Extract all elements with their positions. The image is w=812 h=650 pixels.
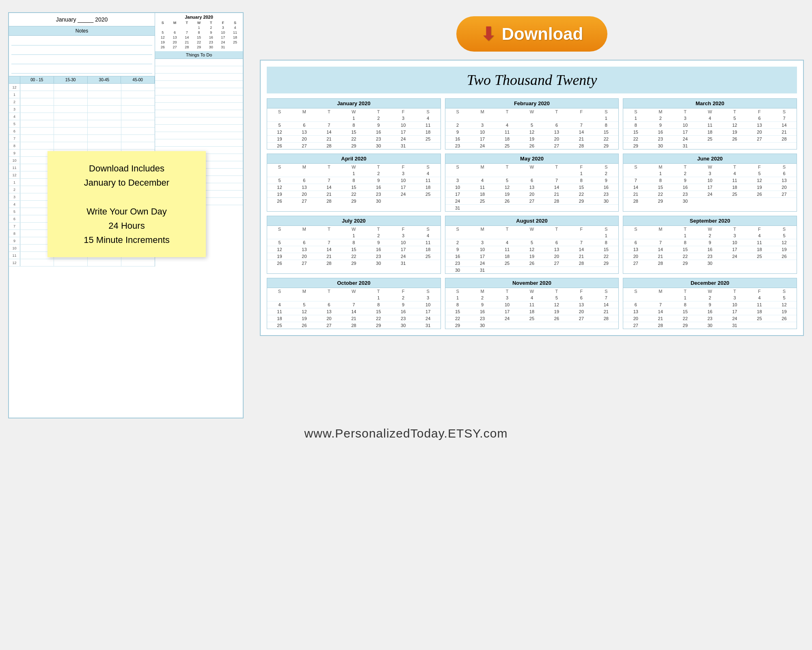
month-block-9: October 2020SMTWTFS123456789101112131415… [267,278,441,329]
footer: www.PersonalizedToday.ETSY.com [8,427,804,440]
month-block-0: January 2020SMTWTFS123456789101112131415… [267,98,441,150]
time-row-number: 2 [9,186,20,193]
annual-calendar: Two Thousand Twenty January 2020SMTWTFS1… [260,60,804,336]
download-label: Download [502,24,583,44]
month-cal: SMTWTFS123456789101112131415161718192021… [445,164,619,211]
time-row-number: 3 [9,106,20,113]
time-row-cell [20,120,54,127]
time-row-number: 7 [9,223,20,230]
time-row-cell [121,135,155,142]
time-row-number: 8 [9,142,20,149]
time-row: 7 [9,135,155,142]
time-row-cell [88,98,121,105]
time-row-cell [121,84,155,91]
month-block-4: May 2020SMTWTFS1234567891011121314151617… [445,154,619,212]
month-cal: SMTWTFS123456789101112131415161718192021… [445,226,619,273]
planner-month-year: January _____ 2020 [56,16,108,23]
time-row: 8 [9,142,155,150]
time-row-cell [54,128,88,134]
time-row-cell [20,128,54,134]
notes-area [9,36,155,76]
time-row-cell [54,91,88,98]
things-row [155,88,243,95]
month-block-8: September 2020SMTWTFS1234567891011121314… [623,216,797,274]
month-cal: SMTWTFS123456789101112131415161718192021… [267,288,441,329]
things-row [155,139,243,147]
notes-line [11,38,152,46]
time-row-cell [54,98,88,105]
time-row: 5 [9,120,155,128]
time-row-number: 3 [9,193,20,200]
month-title: September 2020 [623,216,797,226]
mini-calendar: January 2020 SMTWTFS12345678910111213141… [155,13,243,51]
month-title: February 2020 [445,99,619,108]
month-cal: SMTWTFS123456789101112131415161718192021… [267,108,441,149]
time-row-cell [88,106,121,113]
month-block-2: March 2020SMTWTFS12345678910111213141516… [623,98,797,150]
month-block-11: December 2020SMTWTFS12345678910111213141… [623,278,797,329]
time-row-cell [121,113,155,120]
time-row-cell [54,106,88,113]
time-row-number: 10 [9,245,20,251]
time-row-cell [88,142,121,149]
month-title: June 2020 [623,154,797,164]
things-row [155,74,243,81]
time-slot-45-00: 45-00 [121,76,155,83]
time-row-cell [54,135,88,142]
time-row-number: 6 [9,215,20,222]
things-row [155,125,243,132]
month-cal: SMTWTFS123456789101112131415161718192021… [267,164,441,204]
time-row-cell [121,98,155,105]
notes-line [11,66,152,74]
month-block-6: July 2020SMTWTFS123456789101112131415161… [267,216,441,274]
time-row-number: 11 [9,164,20,171]
time-row-cell [54,113,88,120]
month-title: March 2020 [623,99,797,108]
time-row-cell [20,142,54,149]
time-row-number: 12 [9,84,20,91]
month-title: December 2020 [623,278,797,288]
time-row-number: 12 [9,171,20,178]
time-row-number: 6 [9,128,20,134]
mini-cal-title: January 2020 [157,15,241,20]
right-panel: ⬇ Download Two Thousand Twenty January 2… [260,12,804,336]
download-button[interactable]: ⬇ Download [456,16,608,52]
month-block-5: June 2020SMTWTFS123456789101112131415161… [623,154,797,212]
time-row-cell [121,120,155,127]
time-row: 2 [9,98,155,106]
month-block-7: August 2020SMTWTFS1234567891011121314151… [445,216,619,274]
sticky-line4: Write Your Own Day [56,204,198,219]
time-col-headers: 00 - 15 15-30 30-45 45-00 [9,76,155,84]
things-row [155,59,243,66]
time-row: 1 [9,91,155,98]
time-row-cell [54,84,88,91]
time-row-cell [88,113,121,120]
time-row-cell [121,106,155,113]
annual-title: Two Thousand Twenty [267,67,797,93]
time-row-number: 11 [9,252,20,259]
time-row-cell [88,84,121,91]
things-row [155,81,243,88]
month-block-10: November 2020SMTWTFS12345678910111213141… [445,278,619,329]
things-row [155,132,243,139]
time-row-cell [20,84,54,91]
sticky-line2: January to December [56,176,198,190]
time-slot-00-15: 00 - 15 [20,76,54,83]
month-cal: SMTWTFS123456789101112131415161718192021… [267,226,441,266]
time-row-number: 12 [9,259,20,266]
time-row-number: 9 [9,237,20,244]
month-cal: SMTWTFS123456789101112131415161718192021… [623,288,797,329]
time-row-number: 10 [9,157,20,164]
time-row-number: 4 [9,113,20,120]
time-row-cell [121,128,155,134]
sticky-note: Download Includes January to December Wr… [48,151,206,257]
time-row-number: 2 [9,98,20,105]
time-row-cell [121,91,155,98]
month-cal: SMTWTFS123456789101112131415161718192021… [445,288,619,329]
planner-header: January _____ 2020 [9,13,155,26]
things-row [155,66,243,74]
time-row-number: 7 [9,135,20,142]
month-title: August 2020 [445,216,619,226]
month-title: July 2020 [267,216,441,226]
sticky-line6: 15 Minute Increments [56,233,198,247]
